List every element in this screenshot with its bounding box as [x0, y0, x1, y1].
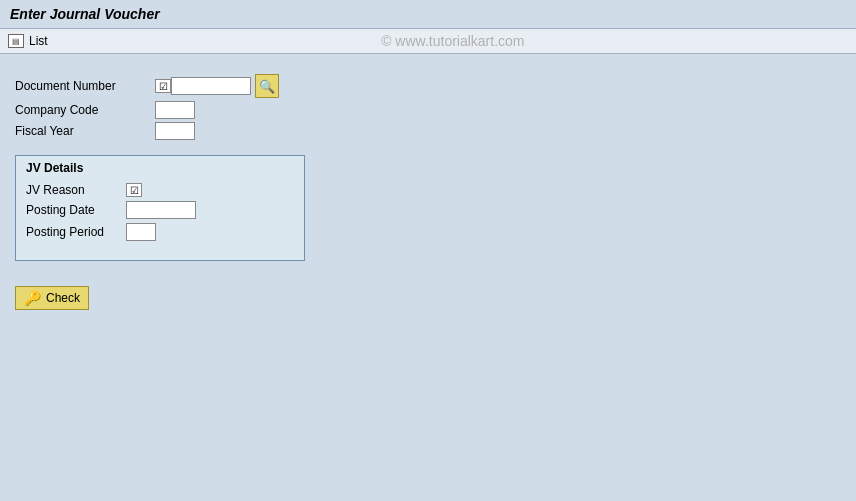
- check-button[interactable]: 🔑 Check: [15, 286, 89, 310]
- posting-period-input[interactable]: [126, 223, 156, 241]
- title-bar: Enter Journal Voucher: [0, 0, 856, 29]
- jv-reason-row: JV Reason ☑: [26, 183, 294, 197]
- watermark: © www.tutorialkart.com: [58, 33, 848, 49]
- fiscal-year-input[interactable]: [155, 122, 195, 140]
- document-number-input[interactable]: [171, 77, 251, 95]
- company-code-label: Company Code: [15, 103, 155, 117]
- jv-reason-label: JV Reason: [26, 183, 126, 197]
- check-button-label: Check: [46, 291, 80, 305]
- search-icon: 🔍: [259, 79, 275, 94]
- jv-reason-checkbox[interactable]: ☑: [126, 183, 142, 197]
- check-icon: 🔑: [24, 290, 41, 306]
- posting-date-input[interactable]: [126, 201, 196, 219]
- toolbar-list-item[interactable]: ▤ List: [8, 34, 48, 48]
- company-code-input[interactable]: [155, 101, 195, 119]
- document-number-checkbox[interactable]: ☑: [155, 79, 171, 93]
- page-title: Enter Journal Voucher: [10, 6, 846, 22]
- posting-period-row: Posting Period: [26, 223, 294, 241]
- posting-period-label: Posting Period: [26, 225, 126, 239]
- company-code-row: Company Code: [15, 101, 841, 119]
- main-content: Document Number ☑ 🔍 Company Code Fiscal …: [0, 54, 856, 330]
- jv-details-title: JV Details: [26, 161, 294, 175]
- document-search-button[interactable]: 🔍: [255, 74, 279, 98]
- fiscal-year-row: Fiscal Year: [15, 122, 841, 140]
- jv-details-box: JV Details JV Reason ☑ Posting Date Post…: [15, 155, 305, 261]
- posting-date-label: Posting Date: [26, 203, 126, 217]
- posting-date-row: Posting Date: [26, 201, 294, 219]
- document-number-label: Document Number: [15, 79, 155, 93]
- fiscal-year-label: Fiscal Year: [15, 124, 155, 138]
- document-number-row: Document Number ☑ 🔍: [15, 74, 841, 98]
- top-form-section: Document Number ☑ 🔍 Company Code Fiscal …: [15, 74, 841, 140]
- toolbar: ▤ List © www.tutorialkart.com: [0, 29, 856, 54]
- list-icon: ▤: [8, 34, 24, 48]
- toolbar-list-label: List: [29, 34, 48, 48]
